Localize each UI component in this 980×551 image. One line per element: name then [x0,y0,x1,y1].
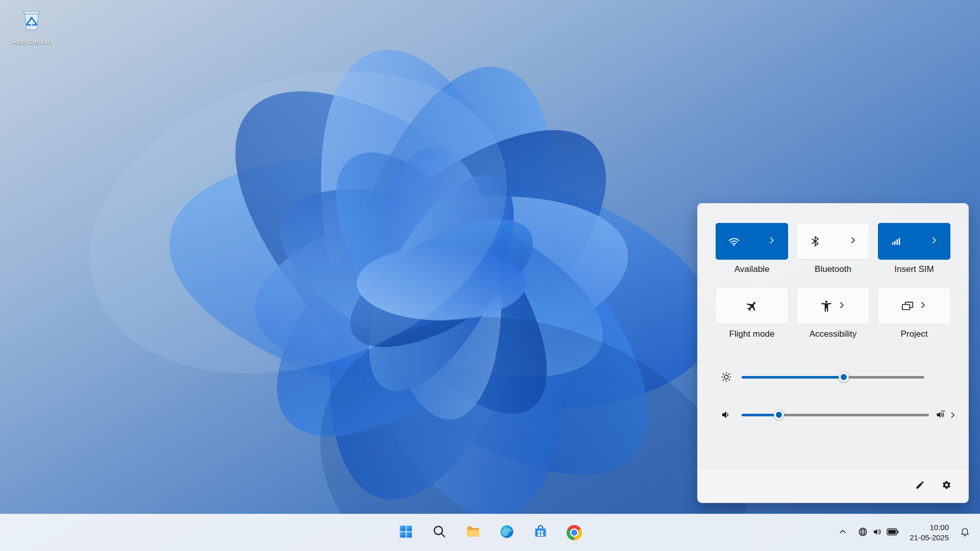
quick-settings-footer [698,468,968,503]
search-button[interactable] [427,520,452,545]
chevron-right-icon[interactable] [929,236,939,247]
open-settings-button[interactable] [937,477,956,494]
recycle-bin-label: Recycle Bin [11,37,52,45]
chevron-right-icon [948,411,957,419]
microsoft-store-button[interactable] [528,520,553,545]
brightness-row [698,366,968,388]
quick-settings-tile-grid: Available Bluetooth [698,223,968,339]
clock-date-button[interactable]: 10:00 21-05-2025 [905,522,953,543]
clock-date: 21-05-2025 [910,533,949,543]
network-globe-icon [858,527,868,539]
desktop: Recycle Bin [0,0,980,551]
edge-button[interactable] [495,520,519,545]
speaker-tray-icon [872,527,882,539]
chrome-button[interactable] [562,520,586,545]
notification-center-button[interactable] [956,521,974,544]
windows-logo-icon [398,524,413,541]
accessibility-tile-label: Accessibility [810,329,857,339]
brightness-slider[interactable] [742,371,924,383]
edit-quick-settings-button[interactable] [910,477,929,494]
chevron-right-icon[interactable] [767,236,776,247]
project-tile-label: Project [901,329,928,339]
volume-slider-thumb[interactable] [774,410,784,420]
bluetooth-tile[interactable] [797,223,869,260]
volume-track [742,414,929,416]
quick-settings-panel: Available Bluetooth [697,203,969,503]
edge-browser-icon [499,524,514,541]
brightness-slider-thumb[interactable] [839,372,849,382]
volume-slider[interactable] [742,409,929,420]
speaker-icon [719,409,733,421]
search-icon [432,524,447,541]
chevron-right-icon[interactable] [837,300,846,312]
settings-gear-icon [942,480,951,492]
edit-pencil-icon [915,480,925,492]
microsoft-store-icon [533,524,548,541]
battery-icon [887,528,899,538]
bell-icon [960,527,970,539]
clock-time: 10:00 [910,522,949,533]
audio-output-icon [934,408,947,421]
bluetooth-tile-label: Bluetooth [815,264,851,274]
cellular-signal-icon [890,235,903,248]
brightness-track [742,376,924,379]
chrome-browser-icon [567,525,582,540]
file-explorer-button[interactable] [461,520,485,545]
accessibility-person-icon [820,299,833,313]
taskbar-center-icons [394,514,586,551]
select-audio-output-button[interactable] [934,408,957,421]
volume-row [698,404,968,426]
start-button[interactable] [394,520,418,545]
cellular-tile[interactable] [878,223,950,260]
taskbar-tray: 10:00 21-05-2025 [834,514,974,551]
chevron-right-icon[interactable] [848,236,857,247]
project-displays-icon [901,299,914,313]
project-tile[interactable] [878,288,950,324]
wifi-tile[interactable] [716,223,788,260]
wifi-icon [727,235,741,248]
hidden-icons-chevron-button[interactable] [834,521,851,544]
taskbar: 10:00 21-05-2025 [0,514,980,551]
cellular-tile-label: Insert SIM [894,264,934,274]
file-explorer-folder-icon [465,524,481,541]
chevron-up-icon [838,527,848,539]
network-volume-battery-button[interactable] [854,521,902,544]
wifi-tile-label: Available [734,264,770,274]
accessibility-tile[interactable] [797,288,869,324]
flight-mode-tile-label: Flight mode [729,329,775,339]
bluetooth-icon [808,235,822,248]
airplane-icon [745,299,758,313]
recycle-bin-icon [18,6,45,35]
flight-mode-tile[interactable] [716,288,788,324]
brightness-sun-icon [719,371,733,383]
chevron-right-icon[interactable] [918,300,927,312]
recycle-bin-shortcut[interactable]: Recycle Bin [7,6,56,45]
